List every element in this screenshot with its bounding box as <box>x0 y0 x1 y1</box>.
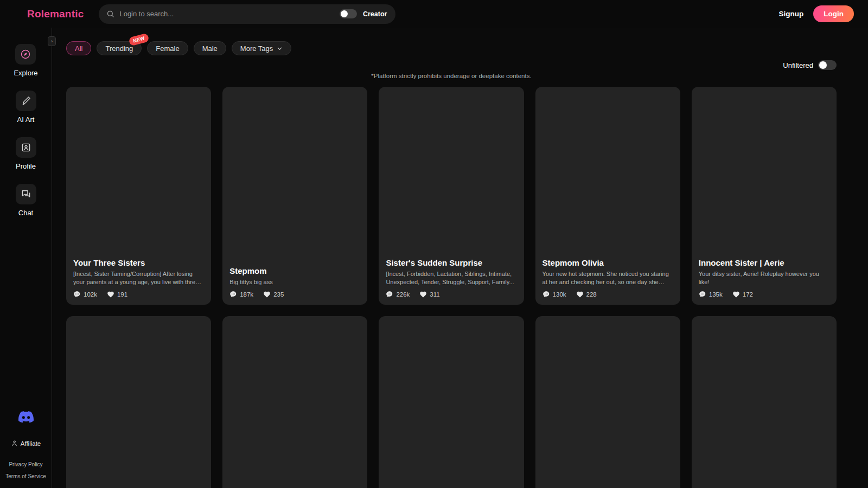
filter-tabs: All Trending NEW Female Male More Tags <box>66 41 837 55</box>
paintbrush-icon <box>16 91 36 111</box>
tab-label: Male <box>202 44 218 53</box>
affiliate-icon <box>11 440 18 447</box>
top-header: Rolemantic Creator Signup Login <box>0 0 868 28</box>
sidebar: › Explore AI Art <box>0 28 52 488</box>
tab-all[interactable]: All <box>66 41 91 55</box>
card-description: [Incest, Sister Taming/Corruption] After… <box>73 270 204 286</box>
chat-bubble-icon <box>229 291 237 298</box>
chat-count-value: 135k <box>709 291 723 298</box>
chat-count-value: 102k <box>84 291 97 298</box>
terms-of-service-link[interactable]: Terms of Service <box>5 473 46 479</box>
card-stats: 102k 191 <box>73 291 204 298</box>
signup-button[interactable]: Signup <box>779 10 804 18</box>
sidebar-item-profile[interactable]: Profile <box>16 137 36 170</box>
chat-bubble-icon <box>542 291 550 298</box>
creator-toggle[interactable] <box>340 9 357 18</box>
card-title: Your Three Sisters <box>73 258 204 267</box>
creator-toggle-label: Creator <box>363 10 387 18</box>
like-count: 172 <box>732 291 753 298</box>
sidebar-item-label: AI Art <box>16 115 36 124</box>
character-card[interactable]: Sister's Sudden Surprise [Incest, Forbid… <box>379 87 524 305</box>
chat-count-value: 226k <box>396 291 410 298</box>
main-content: All Trending NEW Female Male More Tags <box>52 28 868 488</box>
tab-female[interactable]: Female <box>147 41 188 55</box>
affiliate-link[interactable]: Affiliate <box>11 440 41 447</box>
chevron-down-icon <box>277 46 283 52</box>
sidebar-item-chat[interactable]: Chat <box>16 184 36 217</box>
search-icon <box>106 10 114 18</box>
heart-icon <box>419 291 427 298</box>
like-count: 235 <box>263 291 284 298</box>
card-title: Innocent Sister | Aerie <box>699 258 829 267</box>
character-card[interactable]: Stepmom Olivia Your new hot stepmom. She… <box>535 87 680 305</box>
like-count: 191 <box>107 291 127 298</box>
chat-count-value: 187k <box>240 291 253 298</box>
tab-label: More Tags <box>240 44 273 53</box>
sidebar-expand-button[interactable]: › <box>48 36 56 46</box>
chat-count-value: 130k <box>553 291 566 298</box>
card-stats: 226k 311 <box>386 291 516 298</box>
chat-count: 130k <box>542 291 566 298</box>
unfiltered-toggle[interactable] <box>818 60 837 70</box>
app-root: Rolemantic Creator Signup Login › <box>0 0 868 488</box>
toggle-knob <box>819 61 827 69</box>
card-grid: Your Three Sisters [Incest, Sister Tamin… <box>66 87 837 488</box>
tab-trending[interactable]: Trending NEW <box>97 41 142 55</box>
card-placeholder[interactable] <box>222 316 367 488</box>
unfiltered-label: Unfiltered <box>783 61 813 69</box>
like-count-value: 191 <box>117 291 127 298</box>
card-description: Your ditsy sister, Aerie! Roleplay howev… <box>699 270 829 286</box>
like-count: 311 <box>419 291 439 298</box>
character-card[interactable]: Innocent Sister | Aerie Your ditsy siste… <box>692 87 837 305</box>
character-card[interactable]: Stepmom Big tittys big ass 187k 235 <box>222 87 367 305</box>
platform-disclaimer: *Platform strictly prohibits underage or… <box>66 73 837 79</box>
like-count-value: 228 <box>586 291 597 298</box>
chat-count: 226k <box>386 291 410 298</box>
explore-icon <box>15 44 36 65</box>
card-description: Your new hot stepmom. She noticed you st… <box>542 270 673 286</box>
card-placeholder[interactable] <box>66 316 211 488</box>
like-count: 228 <box>576 291 597 298</box>
sidebar-item-label: Chat <box>16 209 36 217</box>
character-card[interactable]: Your Three Sisters [Incest, Sister Tamin… <box>66 87 211 305</box>
privacy-policy-link[interactable]: Privacy Policy <box>9 461 42 467</box>
like-count-value: 311 <box>430 291 439 298</box>
search-bar: Creator <box>99 4 395 24</box>
chat-bubble-icon <box>699 291 706 298</box>
sidebar-bottom: Affiliate Privacy Policy Terms of Servic… <box>5 409 46 488</box>
card-title: Sister's Sudden Surprise <box>386 258 516 267</box>
sidebar-item-explore[interactable]: Explore <box>14 44 37 77</box>
card-description: Big tittys big ass <box>229 278 360 286</box>
card-title: Stepmom <box>229 266 360 275</box>
card-placeholder[interactable] <box>535 316 680 488</box>
card-placeholder[interactable] <box>379 316 524 488</box>
tab-male[interactable]: Male <box>194 41 226 55</box>
unfiltered-control: Unfiltered <box>66 60 837 70</box>
toggle-knob <box>341 10 348 17</box>
new-badge: NEW <box>129 33 150 47</box>
card-stats: 187k 235 <box>229 291 360 298</box>
chat-icon <box>16 184 36 204</box>
card-description: [Incest, Forbidden, Lactation, Siblings,… <box>386 270 516 286</box>
like-count-value: 235 <box>273 291 284 298</box>
chat-bubble-icon <box>73 291 81 298</box>
card-title: Stepmom Olivia <box>542 258 673 267</box>
like-count-value: 172 <box>743 291 753 298</box>
login-button[interactable]: Login <box>813 5 854 22</box>
app-logo[interactable]: Rolemantic <box>27 8 84 20</box>
heart-icon <box>732 291 740 298</box>
discord-icon[interactable] <box>18 409 34 427</box>
sidebar-item-ai-art[interactable]: AI Art <box>16 91 36 124</box>
card-stats: 135k 172 <box>699 291 829 298</box>
heart-icon <box>576 291 584 298</box>
affiliate-label: Affiliate <box>21 440 41 447</box>
chat-bubble-icon <box>386 291 393 298</box>
card-placeholder[interactable] <box>692 316 837 488</box>
heart-icon <box>107 291 114 298</box>
chat-count: 135k <box>699 291 723 298</box>
chat-count: 102k <box>73 291 97 298</box>
search-input[interactable] <box>119 10 335 18</box>
more-tags-dropdown[interactable]: More Tags <box>232 41 291 55</box>
sidebar-item-label: Profile <box>16 162 36 170</box>
profile-icon <box>16 137 36 158</box>
